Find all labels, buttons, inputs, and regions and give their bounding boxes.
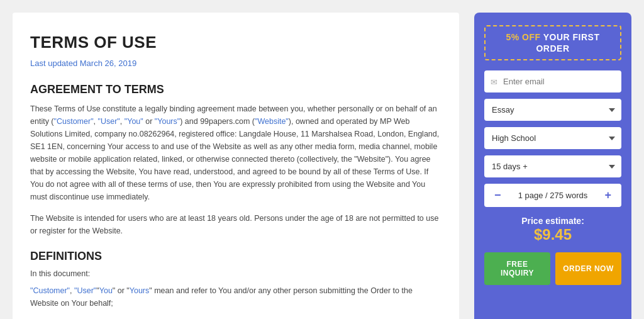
definition-item-1: "Customer", "User""You" or "Yours" mean … bbox=[30, 284, 441, 310]
pages-unit: page / 275 words bbox=[525, 191, 588, 200]
email-input[interactable] bbox=[484, 70, 621, 92]
email-wrapper: ✉ bbox=[484, 70, 621, 92]
page-title: TERMS OF USE bbox=[30, 33, 441, 52]
link-customer-def[interactable]: "Customer" bbox=[30, 286, 70, 295]
price-value: $9.45 bbox=[484, 226, 621, 243]
pages-count-label: 1 page / 275 words bbox=[518, 191, 588, 200]
page-container: TERMS OF USE Last updated March 26, 2019… bbox=[13, 13, 631, 319]
link-user-def[interactable]: "User" bbox=[74, 286, 96, 295]
level-select[interactable]: High School Undergraduate Master's PhD bbox=[484, 127, 621, 149]
order-now-button[interactable]: ORDER NOW bbox=[555, 252, 621, 285]
promo-highlight: 5% OFF bbox=[506, 32, 540, 42]
type-select[interactable]: Essay Research Paper Term Paper Coursewo… bbox=[484, 99, 621, 121]
promo-text: 5% OFF YOUR FIRST ORDER bbox=[506, 32, 599, 53]
link-user[interactable]: "User" bbox=[98, 117, 120, 126]
main-content: TERMS OF USE Last updated March 26, 2019… bbox=[13, 13, 459, 319]
pages-row: − 1 page / 275 words + bbox=[484, 184, 621, 207]
last-updated: Last updated March 26, 2019 bbox=[30, 59, 441, 68]
pages-increment-button[interactable]: + bbox=[602, 189, 614, 202]
definitions-title: DEFINITIONS bbox=[30, 250, 441, 263]
action-buttons: FREE INQUIRY ORDER NOW bbox=[484, 252, 621, 285]
deadline-select[interactable]: 15 days + 10 days 7 days 5 days 3 days 2… bbox=[484, 155, 621, 177]
order-sidebar: 5% OFF YOUR FIRST ORDER ✉ Essay Research… bbox=[474, 13, 631, 319]
agreement-paragraph1: These Terms of Use constitute a legally … bbox=[30, 103, 441, 203]
definitions-intro: In this document: bbox=[30, 269, 441, 278]
promo-suffix: YOUR FIRST ORDER bbox=[536, 32, 599, 53]
link-you[interactable]: "You" bbox=[125, 117, 143, 126]
link-yours-def[interactable]: Yours bbox=[130, 286, 150, 295]
agreement-title: AGREEMENT TO TERMS bbox=[30, 83, 441, 96]
email-icon: ✉ bbox=[491, 77, 497, 86]
promo-banner: 5% OFF YOUR FIRST ORDER bbox=[484, 25, 621, 60]
agreement-paragraph2: The Website is intended for users who ar… bbox=[30, 212, 441, 237]
definition-item-2: "Company", "We" or "Our" mean and refer … bbox=[30, 316, 441, 319]
link-website[interactable]: "Website" bbox=[255, 117, 289, 126]
link-customer[interactable]: "Customer" bbox=[54, 117, 94, 126]
pages-decrement-button[interactable]: − bbox=[492, 189, 504, 202]
price-label: Price estimate: bbox=[484, 216, 621, 226]
link-yours[interactable]: "Yours" bbox=[155, 117, 180, 126]
pages-number: 1 bbox=[518, 191, 523, 200]
price-estimate: Price estimate: $9.45 bbox=[484, 216, 621, 243]
free-inquiry-button[interactable]: FREE INQUIRY bbox=[484, 252, 550, 285]
definitions-section: DEFINITIONS In this document: "Customer"… bbox=[30, 250, 441, 319]
link-you-def[interactable]: You bbox=[99, 286, 113, 295]
